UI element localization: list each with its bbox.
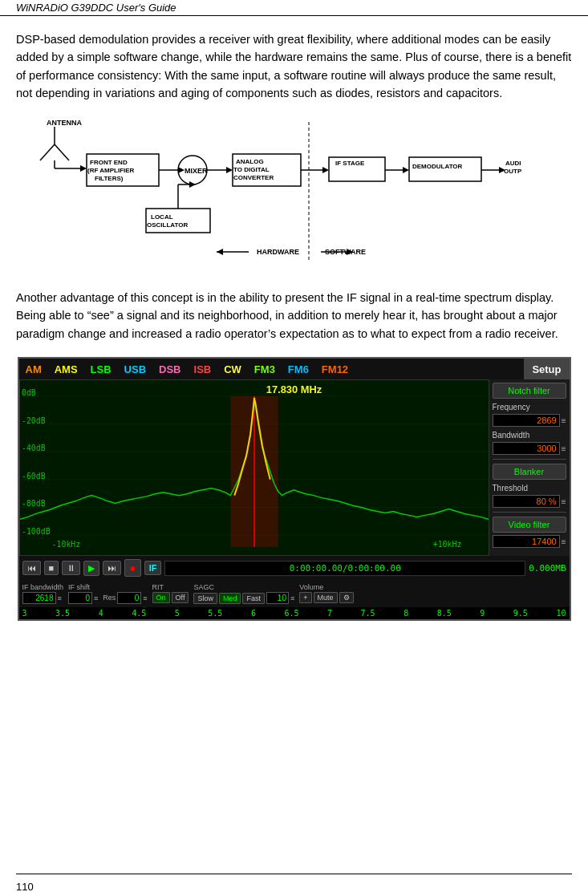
svg-text:(RF AMPLIFIER: (RF AMPLIFIER [87,167,135,174]
play-button[interactable]: ▶ [83,561,99,576]
rewind-button[interactable]: ⏮ [22,561,41,575]
frequency-value[interactable]: 2869 [493,414,560,427]
threshold-row: 80 % ≡ [493,495,566,508]
svg-text:17.830 MHz: 17.830 MHz [266,383,322,395]
panel-divider-2 [493,512,566,513]
svg-text:ANALOG: ANALOG [236,158,264,165]
mute-button[interactable]: Mute [314,592,338,603]
res-input[interactable] [117,592,141,604]
freq-9: 9 [480,609,485,618]
sagc-value-input[interactable] [266,592,289,604]
second-paragraph: Another advantage of this concept is in … [16,289,572,343]
freq-8: 8 [403,609,408,618]
if-shift-scroll[interactable]: ≡ [94,594,98,602]
if-bandwidth-scroll[interactable]: ≡ [58,594,62,602]
frequency-scroll[interactable]: ≡ [562,416,566,425]
tab-bar: AM AMS LSB USB DSB ISB CW FM3 FM6 FM12 S… [19,359,570,379]
res-scroll[interactable]: ≡ [143,594,147,602]
tab-isb[interactable]: ISB [188,359,218,379]
svg-text:OUTPUT: OUTPUT [504,168,521,175]
video-filter-button[interactable]: Video filter [493,517,566,533]
sagc-slow-button[interactable]: Slow [193,593,217,604]
stop-button[interactable]: ■ [44,561,59,575]
svg-text:FRONT END: FRONT END [90,159,128,166]
svg-text:-10kHz: -10kHz [51,540,80,549]
tab-setup[interactable]: Setup [524,359,569,379]
blanker-button[interactable]: Blanker [493,464,566,480]
notch-filter-button[interactable]: Notch filter [493,383,566,399]
threshold-value[interactable]: 80 % [493,495,560,508]
threshold-scroll[interactable]: ≡ [562,497,566,506]
header-bar: WiNRADiO G39DDC User's Guide [0,0,588,16]
freq-3-5: 3.5 [55,609,70,618]
video-filter-row: 17400 ≡ [493,535,566,548]
block-diagram-svg: ANTENNA FRONT END (RF AMPLIFIER FILTERS) [24,114,521,274]
svg-line-3 [55,144,69,160]
tab-fm12[interactable]: FM12 [315,359,355,379]
sagc-med-button[interactable]: Med [219,593,241,604]
frequency-row: 2869 ≡ [493,414,566,427]
bandwidth-row: 3000 ≡ [493,442,566,455]
rit-row: On Off [152,592,189,603]
volume-plus-button[interactable]: + [299,592,311,603]
bottom-rule [16,874,572,874]
frequency-label: Frequency [493,403,566,412]
video-filter-value[interactable]: 17400 [493,535,560,548]
bandwidth-label: Bandwidth [493,431,566,440]
tab-am[interactable]: AM [19,359,48,379]
tab-ams[interactable]: AMS [48,359,84,379]
tab-dsb[interactable]: DSB [152,359,187,379]
rit-on-button[interactable]: On [152,592,170,603]
svg-text:MIXER: MIXER [185,167,208,175]
rit-off-button[interactable]: Off [172,592,189,603]
freq-5-5: 5.5 [208,609,222,618]
volume-label: Volume [299,583,353,591]
mb-display: 0.000MB [529,563,566,574]
svg-marker-23 [322,167,329,173]
record-button[interactable]: ● [124,559,140,577]
svg-marker-43 [217,249,223,255]
tab-fm6[interactable]: FM6 [282,359,315,379]
tab-lsb[interactable]: LSB [84,359,118,379]
if-button[interactable]: IF [144,561,162,575]
control-bar: ⏮ ■ ⏸ ▶ ⏭ ● IF 0:00:00.00/0:00:00.00 0.0… [19,556,570,580]
volume-row: + Mute ⚙ [299,592,353,603]
intro-paragraph: DSP-based demodulation provides a receiv… [16,30,572,103]
book-title: WiNRADiO G39DDC User's Guide [16,2,176,14]
fast-forward-button[interactable]: ⏭ [103,561,121,575]
freq-8-5: 8.5 [437,609,452,618]
freq-6-5: 6.5 [284,609,298,618]
svg-marker-39 [189,181,196,188]
footer-bar: 110 [0,878,588,896]
tab-usb[interactable]: USB [118,359,152,379]
rit-label: RIT [152,583,189,591]
bandwidth-value[interactable]: 3000 [493,442,560,455]
if-shift-group: IF shift ≡ Res ≡ [68,583,148,604]
sagc-row: Slow Med Fast ≡ [193,592,294,604]
volume-settings-button[interactable]: ⚙ [339,592,354,603]
page-container: WiNRADiO G39DDC User's Guide DSP-based d… [0,0,588,896]
block-diagram-container: ANTENNA FRONT END (RF AMPLIFIER FILTERS) [24,114,572,274]
svg-text:LOCAL: LOCAL [151,213,173,221]
svg-text:-20dB: -20dB [21,416,45,425]
sagc-scroll[interactable]: ≡ [290,594,294,602]
bandwidth-scroll[interactable]: ≡ [562,444,566,453]
svg-marker-6 [80,165,87,172]
sagc-fast-button[interactable]: Fast [242,593,265,604]
svg-text:-40dB: -40dB [21,444,45,452]
if-bandwidth-input[interactable] [22,592,56,604]
pause-button[interactable]: ⏸ [62,561,80,575]
content-area: DSP-based demodulation provides a receiv… [0,16,588,866]
if-shift-input[interactable] [68,592,92,604]
if-shift-label: IF shift [68,583,148,591]
video-filter-scroll[interactable]: ≡ [562,537,566,546]
tab-fm3[interactable]: FM3 [248,359,282,379]
svg-text:ANTENNA: ANTENNA [47,119,82,127]
tab-cw[interactable]: CW [217,359,248,379]
freq-4: 4 [99,609,103,618]
svg-marker-27 [403,167,409,173]
freq-6: 6 [251,609,256,618]
rit-group: RIT On Off [152,583,189,603]
threshold-label: Threshold [493,484,566,493]
if-shift-row: ≡ Res ≡ [68,592,148,604]
